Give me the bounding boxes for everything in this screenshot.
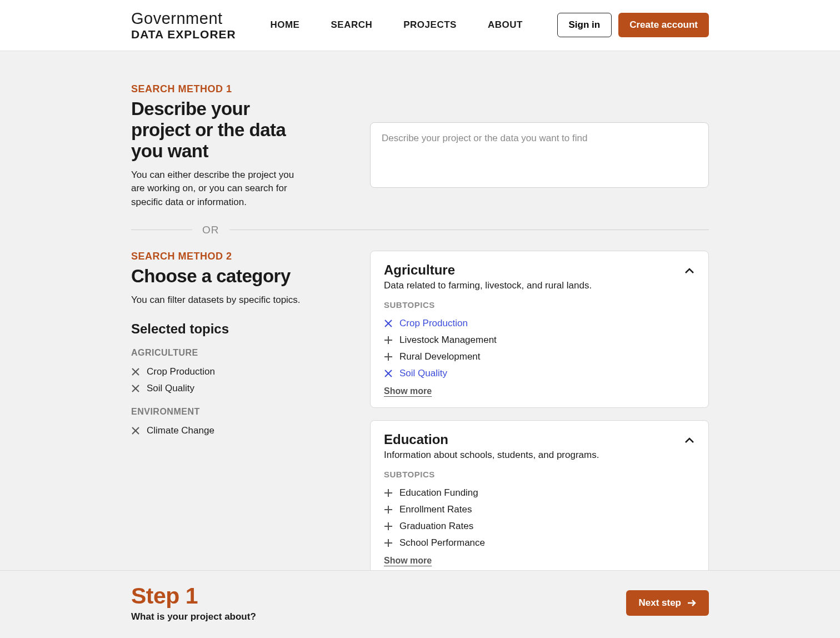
plus-icon <box>384 522 393 531</box>
main-nav: HOME SEARCH PROJECTS ABOUT <box>270 19 522 31</box>
subtopic-soil-quality[interactable]: Soil Quality <box>384 365 695 382</box>
remove-icon <box>384 319 393 328</box>
category-title: Agriculture <box>384 262 592 278</box>
divider-label: OR <box>192 224 229 236</box>
method2-label: SEARCH METHOD 2 <box>131 251 309 262</box>
plus-icon <box>384 352 393 361</box>
next-step-button[interactable]: Next step <box>626 590 709 616</box>
selected-group-environment: ENVIRONMENT <box>131 407 309 417</box>
category-desc: Information about schools, students, and… <box>384 450 599 461</box>
remove-icon <box>384 369 393 378</box>
subtopic-livestock-management[interactable]: Livestock Management <box>384 332 695 348</box>
plus-icon <box>384 539 393 547</box>
step-footer: Step 1 What is your project about? Next … <box>0 570 840 638</box>
chevron-up-icon <box>684 266 695 277</box>
category-education: Education Information about schools, stu… <box>370 420 709 577</box>
header: Government DATA EXPLORER HOME SEARCH PRO… <box>0 0 840 51</box>
subtopic-label: Rural Development <box>399 351 481 362</box>
search-input[interactable] <box>370 122 709 188</box>
step-number: Step 1 <box>131 583 256 609</box>
divider: OR <box>131 224 709 236</box>
show-more-button[interactable]: Show more <box>384 386 432 396</box>
subtopic-label: Enrollment Rates <box>399 504 472 515</box>
category-header[interactable]: Education Information about schools, stu… <box>384 432 695 470</box>
show-more-button[interactable]: Show more <box>384 556 432 566</box>
subtopic-graduation-rates[interactable]: Graduation Rates <box>384 518 695 535</box>
plus-icon <box>384 505 393 514</box>
subtopic-label: Education Funding <box>399 487 478 499</box>
selected-group-agriculture: AGRICULTURE <box>131 348 309 358</box>
category-title: Education <box>384 432 599 447</box>
subtopics-label: SUBTOPICS <box>384 300 695 310</box>
selected-item-label: Climate Change <box>147 425 214 436</box>
selected-crop-production[interactable]: Crop Production <box>131 363 309 380</box>
logo[interactable]: Government DATA EXPLORER <box>131 10 236 41</box>
logo-top: Government <box>131 10 236 28</box>
selected-item-label: Crop Production <box>147 366 215 377</box>
category-header[interactable]: Agriculture Data related to farming, liv… <box>384 262 695 300</box>
method2-heading: Choose a category <box>131 266 309 287</box>
subtopic-label: Crop Production <box>399 318 468 329</box>
method1-desc: You can either describe the project you … <box>131 168 309 210</box>
step-question: What is your project about? <box>131 611 256 622</box>
subtopic-crop-production[interactable]: Crop Production <box>384 315 695 332</box>
plus-icon <box>384 489 393 497</box>
selected-topics-heading: Selected topics <box>131 321 309 337</box>
selected-item-label: Soil Quality <box>147 383 194 394</box>
selected-climate-change[interactable]: Climate Change <box>131 422 309 439</box>
subtopic-label: Soil Quality <box>399 368 447 379</box>
subtopic-label: Graduation Rates <box>399 521 473 532</box>
remove-icon <box>131 367 140 376</box>
subtopic-label: Livestock Management <box>399 335 497 346</box>
subtopic-rural-development[interactable]: Rural Development <box>384 348 695 365</box>
next-step-label: Next step <box>638 597 681 609</box>
nav-home[interactable]: HOME <box>270 19 299 31</box>
create-account-button[interactable]: Create account <box>618 13 709 37</box>
method1-heading: Describe your project or the data you wa… <box>131 98 309 162</box>
subtopic-education-funding[interactable]: Education Funding <box>384 485 695 501</box>
nav-projects[interactable]: PROJECTS <box>403 19 457 31</box>
chevron-up-icon <box>684 435 695 446</box>
subtopics-label: SUBTOPICS <box>384 470 695 479</box>
category-agriculture: Agriculture Data related to farming, liv… <box>370 251 709 408</box>
nav-search[interactable]: SEARCH <box>331 19 372 31</box>
arrow-right-icon <box>687 598 697 608</box>
subtopic-school-performance[interactable]: School Performance <box>384 535 695 551</box>
plus-icon <box>384 336 393 345</box>
method1-label: SEARCH METHOD 1 <box>131 83 309 95</box>
method2-desc: You can filter datasets by specific topi… <box>131 293 309 307</box>
subtopic-label: School Performance <box>399 537 485 549</box>
selected-soil-quality[interactable]: Soil Quality <box>131 380 309 397</box>
logo-bottom: DATA EXPLORER <box>131 28 236 41</box>
sign-in-button[interactable]: Sign in <box>557 13 612 37</box>
nav-about[interactable]: ABOUT <box>488 19 523 31</box>
category-desc: Data related to farming, livestock, and … <box>384 280 592 291</box>
remove-icon <box>131 426 140 435</box>
subtopic-enrollment-rates[interactable]: Enrollment Rates <box>384 501 695 518</box>
remove-icon <box>131 384 140 393</box>
